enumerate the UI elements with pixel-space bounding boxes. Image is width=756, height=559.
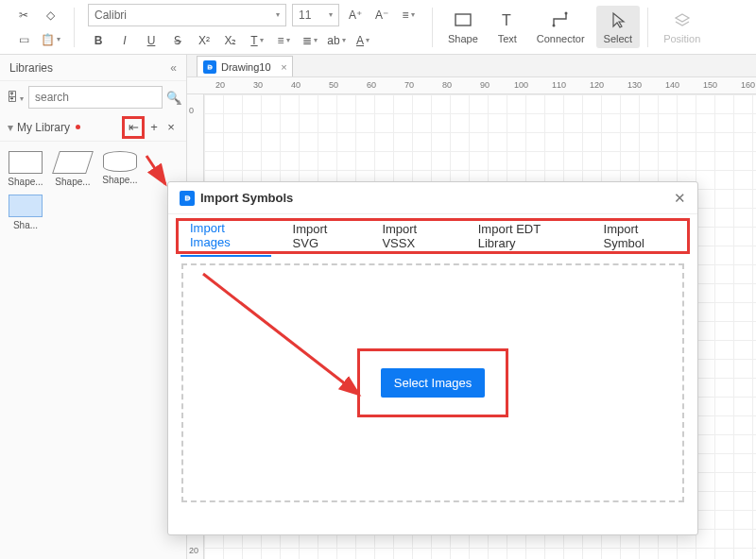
expand-icon[interactable]: ▾ xyxy=(8,121,13,134)
italic-icon[interactable]: I xyxy=(114,30,135,51)
close-dialog-icon[interactable]: ✕ xyxy=(674,190,686,207)
cylinder-thumb xyxy=(103,151,137,172)
svg-point-3 xyxy=(565,12,568,15)
list-icon[interactable]: ≣▾ xyxy=(300,30,320,51)
libraries-header: Libraries « xyxy=(0,55,186,81)
import-library-icon[interactable]: ⇤ xyxy=(126,120,141,135)
app-icon: ⋼ xyxy=(180,191,195,206)
document-tab-bar: ⋼ Drawing10 × xyxy=(187,55,756,77)
bold-icon[interactable]: B xyxy=(88,30,109,51)
horizontal-ruler: 20 30 40 50 60 70 80 90 100 110 120 130 … xyxy=(187,77,756,94)
annotation-box: Select Images xyxy=(357,348,508,417)
library-search[interactable] xyxy=(28,86,163,109)
libraries-title: Libraries xyxy=(9,61,53,75)
shape-label: Sha... xyxy=(6,220,45,230)
select-label: Select xyxy=(604,33,633,44)
select-images-button[interactable]: Select Images xyxy=(381,368,485,398)
collapse-panel-icon[interactable]: « xyxy=(170,61,177,75)
shape-item-parallelogram[interactable]: Shape... xyxy=(53,151,93,187)
decrease-font-icon[interactable]: A⁻ xyxy=(371,5,392,25)
font-group: Calibri▾ 11▾ A⁺ A⁻ ≡▾ B I U S̶ X² X₂ T▾ … xyxy=(82,0,424,55)
my-library-row[interactable]: ▾ My Library ⇤ + × xyxy=(0,113,186,142)
connector-icon xyxy=(550,9,571,30)
shapes-grid: Shape... Shape... Shape... Sha... xyxy=(0,142,186,240)
scroll-up-arrow[interactable]: ▲ xyxy=(175,94,183,108)
library-icon[interactable]: 🗄▾ xyxy=(6,91,25,104)
dialog-tabs: Import Images Import SVG Import VSSX Imp… xyxy=(176,218,690,254)
svg-text:T: T xyxy=(502,12,511,28)
font-select[interactable]: Calibri▾ xyxy=(88,4,286,26)
text-case-icon[interactable]: ab▾ xyxy=(326,30,347,51)
shape-thumb xyxy=(9,195,43,217)
shape-label: Shape xyxy=(448,33,478,44)
svg-rect-0 xyxy=(455,14,471,25)
my-library-label: My Library xyxy=(17,121,70,134)
document-tab[interactable]: ⋼ Drawing10 × xyxy=(197,56,293,76)
text-label: Text xyxy=(498,33,517,44)
font-size-select[interactable]: 11▾ xyxy=(292,4,339,26)
app-icon: ⋼ xyxy=(203,60,216,74)
connector-tool-button[interactable]: Connector xyxy=(529,6,593,48)
text-icon: T xyxy=(497,9,518,30)
svg-point-2 xyxy=(553,25,556,27)
dialog-header: ⋼ Import Symbols ✕ xyxy=(168,182,697,214)
rect-thumb xyxy=(9,151,43,174)
clipboard-group: ✂ ◇ ▭ 📋▾ xyxy=(8,1,66,54)
dialog-title: Import Symbols xyxy=(200,191,293,205)
strikethrough-icon[interactable]: S̶ xyxy=(167,30,188,51)
shape-label: Shape... xyxy=(6,177,45,187)
new-indicator-dot xyxy=(76,125,80,129)
underline-icon[interactable]: U xyxy=(141,30,162,51)
text-color-icon[interactable]: T▾ xyxy=(247,30,267,51)
cursor-icon xyxy=(608,9,628,30)
tab-import-images[interactable]: Import Images xyxy=(180,215,271,257)
search-input[interactable] xyxy=(35,91,156,104)
layers-icon xyxy=(672,9,693,30)
library-search-row: 🗄▾ 🔍 xyxy=(0,81,186,113)
shape-tool-button[interactable]: Shape xyxy=(440,6,486,48)
increase-font-icon[interactable]: A⁺ xyxy=(345,5,366,25)
libraries-panel: Libraries « 🗄▾ 🔍 ▾ My Library ⇤ + × Shap… xyxy=(0,55,187,559)
shape-label: Shape... xyxy=(100,175,140,185)
import-symbols-dialog: ⋼ Import Symbols ✕ Import Images Import … xyxy=(167,181,698,535)
position-tool-button[interactable]: Position xyxy=(656,6,708,48)
shape-label: Shape... xyxy=(53,177,93,187)
tab-import-symbol[interactable]: Import Symbol xyxy=(594,216,685,256)
paste-icon[interactable]: 📋▾ xyxy=(40,29,60,50)
line-spacing-icon[interactable]: ≡▾ xyxy=(398,5,419,25)
position-label: Position xyxy=(663,33,700,44)
align-icon[interactable]: ≡▾ xyxy=(273,30,294,51)
superscript-icon[interactable]: X² xyxy=(194,30,215,51)
font-color-icon[interactable]: A▾ xyxy=(352,30,373,51)
shape-icon xyxy=(453,9,473,30)
dropzone[interactable]: Select Images xyxy=(181,263,684,502)
shape-item-cylinder[interactable]: Shape... xyxy=(100,151,140,187)
copy-icon[interactable]: ▭ xyxy=(13,29,34,50)
subscript-icon[interactable]: X₂ xyxy=(220,30,241,51)
select-tool-button[interactable]: Select xyxy=(596,6,641,48)
tab-import-edt[interactable]: Import EDT Library xyxy=(469,216,582,256)
top-toolbar: ✂ ◇ ▭ 📋▾ Calibri▾ 11▾ A⁺ A⁻ ≡▾ B I U S̶ … xyxy=(0,0,756,55)
parallelogram-thumb xyxy=(52,151,94,174)
add-library-icon[interactable]: + xyxy=(146,120,162,135)
text-tool-button[interactable]: T Text xyxy=(490,6,525,48)
connector-label: Connector xyxy=(537,33,585,44)
tab-import-svg[interactable]: Import SVG xyxy=(284,216,361,256)
shape-item-rect[interactable]: Shape... xyxy=(6,151,45,187)
format-painter-icon[interactable]: ◇ xyxy=(40,5,60,25)
cut-icon[interactable]: ✂ xyxy=(13,5,34,25)
tab-title: Drawing10 xyxy=(221,61,271,73)
tab-import-vssx[interactable]: Import VSSX xyxy=(372,216,456,256)
close-library-icon[interactable]: × xyxy=(163,120,179,135)
close-tab-icon[interactable]: × xyxy=(281,61,286,73)
shape-item-selected[interactable]: Sha... xyxy=(6,195,45,230)
